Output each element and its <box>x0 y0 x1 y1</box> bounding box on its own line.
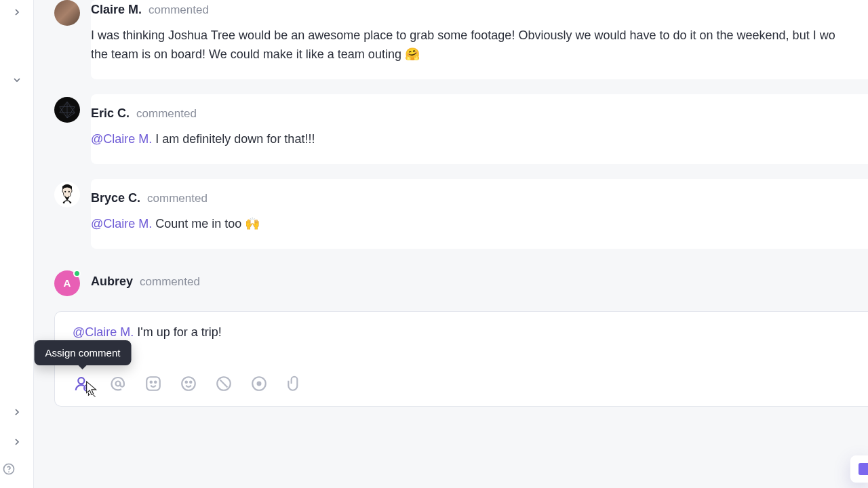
comment-author: Claire M. <box>91 3 142 17</box>
presence-indicator <box>73 270 81 277</box>
help-icon <box>2 462 16 476</box>
svg-point-1 <box>64 190 66 192</box>
rail-collapse-top[interactable] <box>6 1 28 23</box>
left-nav-rail <box>0 0 34 488</box>
svg-point-11 <box>151 381 152 382</box>
mention[interactable]: @Claire M. <box>91 132 152 146</box>
assign-button[interactable]: Assign comment <box>73 373 93 394</box>
record-button[interactable] <box>249 373 269 394</box>
chevron-right-icon <box>12 7 22 18</box>
svg-point-21 <box>8 471 9 472</box>
compose-icon <box>859 463 868 475</box>
record-icon <box>250 375 268 392</box>
mention-button[interactable] <box>108 373 128 394</box>
comment-card: Eric C. commented @Claire M. I am defini… <box>91 94 868 164</box>
mark-task-icon <box>215 375 233 392</box>
chevron-down-icon <box>12 75 22 85</box>
avatar[interactable]: A <box>54 270 80 296</box>
comment-body: @Claire M. Count me in too 🙌 <box>91 215 868 234</box>
avatar[interactable] <box>54 97 80 123</box>
comment-item: Bryce C. commented @Claire M. Count me i… <box>54 179 868 249</box>
editor-toolbar: Assign comment <box>55 364 868 406</box>
sticker-icon <box>180 375 197 392</box>
comment-input[interactable]: @Claire M. I'm up for a trip! <box>55 312 868 364</box>
comment-author: Eric C. <box>91 106 130 121</box>
svg-point-19 <box>257 381 262 386</box>
avatar[interactable] <box>54 0 80 26</box>
help-button[interactable] <box>2 462 16 479</box>
mention[interactable]: @Claire M. <box>73 325 134 339</box>
geometric-avatar-icon <box>57 100 77 120</box>
comment-author: Bryce C. <box>91 191 140 205</box>
avatar[interactable] <box>54 182 80 207</box>
svg-point-13 <box>182 377 195 390</box>
comment-item: A Aubrey commented <box>54 268 868 296</box>
svg-point-3 <box>63 201 65 203</box>
comment-action: commented <box>149 3 209 17</box>
at-mention-icon <box>109 375 127 392</box>
chevron-right-icon <box>12 436 22 447</box>
comment-item: Claire M. commented I was thinking Joshu… <box>54 0 868 79</box>
rail-section-toggle[interactable] <box>6 69 28 91</box>
face-avatar-icon <box>58 183 77 206</box>
rail-expand-1[interactable] <box>6 401 28 423</box>
comment-body: I was thinking Joshua Tree would be an a… <box>91 26 868 64</box>
svg-point-12 <box>155 381 156 382</box>
attach-button[interactable] <box>284 373 304 394</box>
tooltip: Assign comment <box>35 340 132 365</box>
comment-action: commented <box>147 192 208 205</box>
comment-card: Claire M. commented I was thinking Joshu… <box>91 0 868 79</box>
chevron-right-icon <box>12 407 22 418</box>
task-button[interactable] <box>214 373 234 394</box>
svg-line-17 <box>220 380 228 387</box>
svg-point-14 <box>186 381 187 382</box>
emoji-icon <box>144 375 162 392</box>
comment-action: commented <box>140 275 200 289</box>
comment-item: Eric C. commented @Claire M. I am defini… <box>54 94 868 164</box>
compose-fab[interactable] <box>850 455 868 483</box>
sticker-button[interactable] <box>178 373 199 394</box>
mention[interactable]: @Claire M. <box>91 217 152 230</box>
comment-action: commented <box>136 107 197 121</box>
avatar-initial: A <box>64 277 71 289</box>
svg-rect-10 <box>146 377 160 390</box>
comment-thread: Claire M. commented I was thinking Joshu… <box>34 0 868 488</box>
emoji-button[interactable] <box>143 373 163 394</box>
comment-author: Aubrey <box>91 274 133 289</box>
comment-editor[interactable]: @Claire M. I'm up for a trip! Assign com… <box>54 311 868 407</box>
svg-point-15 <box>190 381 191 382</box>
comment-card: Bryce C. commented @Claire M. Count me i… <box>91 179 868 249</box>
attachment-icon <box>285 375 303 392</box>
svg-point-5 <box>78 378 84 384</box>
svg-point-2 <box>68 190 70 192</box>
assign-person-icon <box>74 375 92 392</box>
svg-point-4 <box>70 201 72 203</box>
rail-expand-2[interactable] <box>6 431 28 453</box>
comment-body: @Claire M. I am definitely down for that… <box>91 130 868 149</box>
